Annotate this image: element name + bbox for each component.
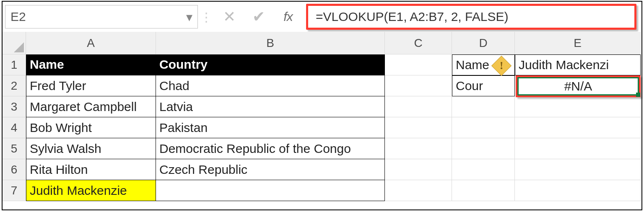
cell-E2[interactable]: #N/A: [515, 75, 641, 96]
cell-B2[interactable]: Chad: [156, 75, 385, 96]
cell-A3[interactable]: Margaret Campbell: [26, 96, 156, 117]
error-smart-tag[interactable]: !: [494, 59, 509, 73]
cell-A2[interactable]: Fred Tyler: [26, 75, 156, 96]
cell-C1[interactable]: [385, 54, 452, 75]
cell-E2-value: #N/A: [564, 79, 592, 93]
name-box[interactable]: E2 ▾: [5, 5, 198, 28]
column-header-A[interactable]: A: [26, 32, 156, 54]
check-icon: ✔: [252, 8, 265, 26]
fill-handle[interactable]: [636, 93, 640, 97]
cell-A7[interactable]: Judith Mackenzie: [26, 180, 156, 201]
select-all-corner[interactable]: [3, 32, 26, 54]
table-header-name[interactable]: Name: [26, 54, 156, 75]
cell-A5[interactable]: Sylvia Walsh: [26, 138, 156, 159]
cell-E6[interactable]: [515, 159, 641, 180]
cell-B5[interactable]: Democratic Republic of the Congo: [156, 138, 385, 159]
cancel-formula-button[interactable]: ✕: [215, 5, 244, 28]
row-header-4[interactable]: 4: [3, 117, 26, 138]
table-header-country[interactable]: Country: [156, 54, 385, 75]
cell-C5[interactable]: [385, 138, 452, 159]
formula-input[interactable]: =VLOOKUP(E1, A2:B7, 2, FALSE): [306, 4, 636, 30]
cell-A4[interactable]: Bob Wright: [26, 117, 156, 138]
worksheet-grid[interactable]: A B C D E 1 Name Country Name Judith Mac…: [3, 32, 641, 201]
formula-bar-row: E2 ▾ ⋮ ✕ ✔ fx =VLOOKUP(E1, A2:B7, 2, FAL…: [3, 2, 641, 32]
column-header-E[interactable]: E: [515, 32, 641, 54]
cell-E5[interactable]: [515, 138, 641, 159]
cell-C3[interactable]: [385, 96, 452, 117]
cell-C7[interactable]: [385, 180, 452, 201]
cell-C4[interactable]: [385, 117, 452, 138]
cell-B3[interactable]: Latvia: [156, 96, 385, 117]
cell-E7[interactable]: [515, 180, 641, 201]
row-header-7[interactable]: 7: [3, 180, 26, 201]
cell-E3[interactable]: [515, 96, 641, 117]
enter-formula-button[interactable]: ✔: [244, 5, 273, 28]
column-header-D[interactable]: D: [452, 32, 515, 54]
formula-text: =VLOOKUP(E1, A2:B7, 2, FALSE): [316, 10, 508, 24]
name-box-value: E2: [10, 10, 26, 24]
cell-B7[interactable]: [156, 180, 385, 201]
row-header-2[interactable]: 2: [3, 75, 26, 96]
column-header-C[interactable]: C: [385, 32, 452, 54]
cell-C6[interactable]: [385, 159, 452, 180]
close-icon: ✕: [223, 8, 236, 26]
cell-D3[interactable]: [452, 96, 515, 117]
row-header-5[interactable]: 5: [3, 138, 26, 159]
cell-D6[interactable]: [452, 159, 515, 180]
row-header-6[interactable]: 6: [3, 159, 26, 180]
exclamation-icon: !: [494, 59, 509, 73]
insert-function-button[interactable]: fx: [273, 5, 303, 28]
cell-D4[interactable]: [452, 117, 515, 138]
cell-E4[interactable]: [515, 117, 641, 138]
cell-B6[interactable]: Czech Republic: [156, 159, 385, 180]
row-header-1[interactable]: 1: [3, 54, 26, 75]
formula-bar-separator-icon: ⋮: [198, 10, 215, 24]
fx-icon: fx: [283, 10, 292, 24]
cell-E1[interactable]: Judith Mackenzi: [515, 54, 641, 75]
cell-C2[interactable]: [385, 75, 452, 96]
cell-D2[interactable]: Cour: [452, 75, 515, 96]
cell-B4[interactable]: Pakistan: [156, 117, 385, 138]
cell-D7[interactable]: [452, 180, 515, 201]
name-box-dropdown-icon[interactable]: ▾: [184, 5, 194, 28]
cell-A6[interactable]: Rita Hilton: [26, 159, 156, 180]
column-header-B[interactable]: B: [156, 32, 385, 54]
row-header-3[interactable]: 3: [3, 96, 26, 117]
cell-D5[interactable]: [452, 138, 515, 159]
